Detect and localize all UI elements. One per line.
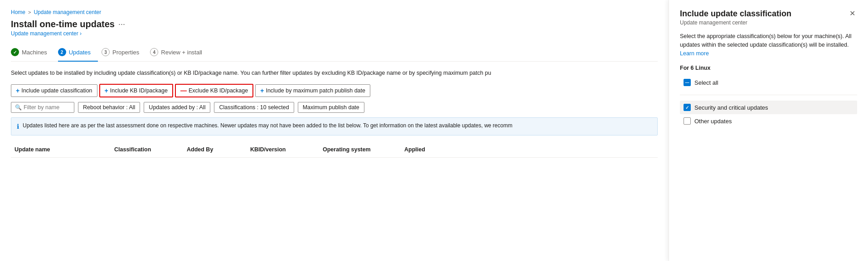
step-review-label: Review + install (161, 49, 202, 56)
select-all-label: Select all (694, 79, 718, 86)
exclude-kb-button[interactable]: — Exclude KB ID/package (175, 84, 253, 97)
panel-subtitle: Update management center (680, 19, 857, 26)
plus-icon-kb: + (105, 87, 108, 94)
security-critical-checkbox[interactable] (684, 104, 691, 111)
page-description: Select updates to be installed by includ… (11, 69, 658, 77)
step-updates-label: Updates (69, 49, 91, 56)
th-update-name: Update name (11, 145, 111, 155)
panel-description-text: Select the appropriate classification(s)… (680, 33, 852, 48)
step-machines[interactable]: ✓ Machines (11, 44, 54, 62)
security-critical-row[interactable]: Security and critical updates (680, 101, 857, 114)
step-machines-circle: ✓ (11, 48, 19, 56)
search-icon: 🔍 (15, 104, 22, 111)
breadcrumb-sep1: > (28, 10, 31, 15)
panel-divider (680, 95, 857, 95)
security-critical-label: Security and critical updates (694, 104, 768, 111)
th-kbid: KBID/version (247, 145, 319, 155)
other-updates-checkbox[interactable] (684, 117, 691, 125)
th-added-by: Added By (183, 145, 247, 155)
steps-row: ✓ Machines 2 Updates 3 Properties 4 Revi… (11, 44, 658, 62)
other-updates-row[interactable]: Other updates (680, 114, 857, 128)
page-subtitle[interactable]: Update management center › (11, 30, 658, 37)
plus-icon: + (16, 87, 19, 94)
table-header: Update name Classification Added By KBID… (11, 142, 658, 158)
main-content: Home > Update management center Install … (0, 0, 669, 261)
step-machines-label: Machines (22, 49, 47, 56)
exclude-kb-label: Exclude KB ID/package (189, 87, 248, 94)
panel-title: Include update classification (680, 9, 791, 19)
breadcrumb: Home > Update management center (11, 9, 658, 15)
max-date-filter-chip[interactable]: Maximum publish date (298, 102, 364, 113)
filter-name-input[interactable] (24, 104, 69, 111)
page-title: Install one-time updates (11, 19, 115, 29)
breadcrumb-home[interactable]: Home (11, 9, 25, 15)
include-kb-label: Include KB ID/package (110, 87, 168, 94)
step-properties-circle: 3 (102, 48, 110, 56)
th-applied: Applied (401, 145, 446, 155)
select-all-row[interactable]: Select all (680, 76, 857, 89)
step-updates[interactable]: 2 Updates (58, 44, 98, 62)
info-bar-text: Updates listed here are as per the last … (23, 121, 512, 130)
plus-icon-date: + (260, 87, 264, 94)
step-properties-label: Properties (112, 49, 139, 56)
reboot-filter-chip[interactable]: Reboot behavior : All (78, 102, 140, 113)
minus-icon: — (180, 87, 187, 94)
step-updates-circle: 2 (58, 48, 66, 56)
page-ellipsis-button[interactable]: ··· (118, 19, 125, 29)
breadcrumb-parent[interactable]: Update management center (34, 9, 101, 15)
info-bar: ℹ Updates listed here are as per the las… (11, 117, 658, 135)
other-updates-label: Other updates (694, 118, 732, 125)
th-os: Operating system (319, 145, 401, 155)
info-icon: ℹ (17, 122, 19, 131)
toolbar: + Include update classification + Includ… (11, 84, 658, 97)
classifications-filter-chip[interactable]: Classifications : 10 selected (214, 102, 294, 113)
panel-description: Select the appropriate classification(s)… (680, 32, 857, 58)
step-review[interactable]: 4 Review + install (150, 44, 209, 62)
updates-added-filter-chip[interactable]: Updates added by : All (144, 102, 210, 113)
include-kb-button[interactable]: + Include KB ID/package (99, 84, 173, 97)
include-classification-label: Include update classification (21, 87, 92, 94)
include-date-button[interactable]: + Include by maximum patch publish date (255, 84, 370, 97)
panel-close-button[interactable]: ✕ (848, 9, 857, 18)
filter-row: 🔍 Reboot behavior : All Updates added by… (11, 102, 658, 113)
include-classification-button[interactable]: + Include update classification (11, 84, 97, 97)
include-date-label: Include by maximum patch publish date (266, 87, 365, 94)
select-all-checkbox[interactable] (684, 79, 691, 86)
th-classification: Classification (111, 145, 183, 155)
panel-header: Include update classification ✕ (680, 9, 857, 19)
panel-learn-more-link[interactable]: Learn more (680, 50, 709, 57)
side-panel: Include update classification ✕ Update m… (669, 0, 868, 261)
step-review-circle: 4 (150, 48, 158, 56)
step-properties[interactable]: 3 Properties (102, 44, 146, 62)
panel-linux-section-label: For 6 Linux (680, 65, 857, 71)
filter-search-box[interactable]: 🔍 (11, 102, 74, 113)
page-title-row: Install one-time updates ··· (11, 19, 658, 29)
